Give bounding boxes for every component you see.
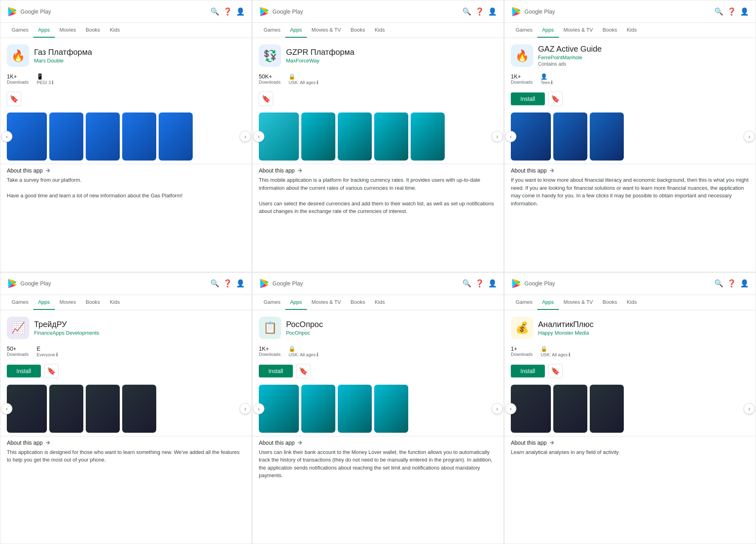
search-icon[interactable]: 🔍 <box>462 279 472 288</box>
scroll-left[interactable]: ‹ <box>1 403 12 414</box>
nav-item-books[interactable]: Books <box>598 23 622 38</box>
scroll-right[interactable]: › <box>492 403 503 414</box>
about-title[interactable]: About this app <box>7 440 245 446</box>
install-button[interactable]: Install <box>259 365 293 377</box>
google-play-logo[interactable]: Google Play <box>259 278 303 289</box>
search-icon[interactable]: 🔍 <box>714 279 724 288</box>
app-developer[interactable]: FinanceApps Developments <box>34 330 99 336</box>
about-title[interactable]: About this app <box>511 167 749 174</box>
wishlist-button[interactable]: 🔖 <box>296 364 310 378</box>
rating-info-icon[interactable]: ℹ <box>569 352 571 357</box>
install-button[interactable]: Install <box>511 365 545 377</box>
scroll-right[interactable]: › <box>744 131 755 142</box>
nav-item-kids[interactable]: Kids <box>105 295 125 310</box>
rating-info-icon[interactable]: ℹ <box>317 352 319 357</box>
google-play-logo[interactable]: Google Play <box>259 6 303 17</box>
app-developer[interactable]: Mars Double <box>34 58 92 64</box>
about-title[interactable]: About this app <box>259 440 497 446</box>
about-title[interactable]: About this app <box>259 167 497 174</box>
rating-info-icon[interactable]: ℹ <box>52 80 54 85</box>
help-icon[interactable]: ❓ <box>475 279 484 288</box>
nav-item-apps[interactable]: Apps <box>285 23 307 38</box>
wishlist-button[interactable]: 🔖 <box>548 92 562 106</box>
search-icon[interactable]: 🔍 <box>462 7 472 16</box>
scroll-left[interactable]: ‹ <box>505 403 516 414</box>
scroll-left[interactable]: ‹ <box>505 131 516 142</box>
google-play-logo[interactable]: Google Play <box>511 278 555 289</box>
scroll-left[interactable]: ‹ <box>253 403 264 414</box>
account-icon[interactable]: 👤 <box>740 279 749 288</box>
google-play-logo[interactable]: Google Play <box>7 278 51 289</box>
account-icon[interactable]: 👤 <box>488 7 497 16</box>
header: Google Play 🔍 ❓ 👤 <box>252 273 504 295</box>
nav-item-games[interactable]: Games <box>511 295 537 310</box>
nav-item-apps[interactable]: Apps <box>537 23 559 38</box>
nav-item-moviestv[interactable]: Movies & TV <box>559 23 598 38</box>
nav-item-apps[interactable]: Apps <box>285 295 307 310</box>
nav-item-games[interactable]: Games <box>7 23 33 38</box>
app-stats: 1+ Downloads 🔒 USK: All ages ℹ <box>504 342 756 361</box>
nav-item-moviestv[interactable]: Movies & TV <box>559 295 598 310</box>
scroll-right[interactable]: › <box>744 403 755 414</box>
help-icon[interactable]: ❓ <box>223 279 232 288</box>
rating-info-icon[interactable]: ℹ <box>317 80 319 85</box>
help-icon[interactable]: ❓ <box>475 7 484 16</box>
rating-info-icon[interactable]: ℹ <box>56 352 58 357</box>
nav-item-apps[interactable]: Apps <box>33 23 55 38</box>
screenshot-3 <box>122 385 156 433</box>
nav-item-books[interactable]: Books <box>81 295 105 310</box>
nav-item-moviestv[interactable]: Movies & TV <box>307 23 346 38</box>
nav-item-kids[interactable]: Kids <box>105 23 125 38</box>
google-play-logo[interactable]: Google Play <box>7 6 51 17</box>
nav-item-games[interactable]: Games <box>259 295 285 310</box>
nav-item-books[interactable]: Books <box>598 295 622 310</box>
search-icon[interactable]: 🔍 <box>210 279 220 288</box>
nav-item-apps[interactable]: Apps <box>537 295 559 310</box>
scroll-right[interactable]: › <box>240 131 251 142</box>
nav-item-kids[interactable]: Kids <box>370 23 389 38</box>
account-icon[interactable]: 👤 <box>488 279 497 288</box>
wishlist-button[interactable]: 🔖 <box>548 364 562 378</box>
nav-item-games[interactable]: Games <box>511 23 537 38</box>
screenshot-1 <box>553 112 587 161</box>
google-play-logo[interactable]: Google Play <box>511 6 555 17</box>
nav-item-books[interactable]: Books <box>346 23 370 38</box>
scroll-left[interactable]: ‹ <box>253 131 264 142</box>
nav-item-games[interactable]: Games <box>7 295 33 310</box>
account-icon[interactable]: 👤 <box>236 279 245 288</box>
nav-item-movies[interactable]: Movies <box>55 295 81 310</box>
about-text: Take a survey from our platform.Have a g… <box>7 176 245 200</box>
nav-item-books[interactable]: Books <box>81 23 105 38</box>
search-icon[interactable]: 🔍 <box>210 7 220 16</box>
wishlist-button[interactable]: 🔖 <box>7 92 21 106</box>
app-developer[interactable]: MaxForceWay <box>286 58 355 64</box>
account-icon[interactable]: 👤 <box>740 7 749 16</box>
app-developer[interactable]: FerrePointManhole <box>538 54 602 60</box>
nav-item-books[interactable]: Books <box>346 295 370 310</box>
rating-info-icon[interactable]: ℹ <box>551 80 553 85</box>
nav-item-games[interactable]: Games <box>259 23 285 38</box>
account-icon[interactable]: 👤 <box>236 7 245 16</box>
scroll-right[interactable]: › <box>240 403 251 414</box>
nav-item-moviestv[interactable]: Movies & TV <box>307 295 346 310</box>
install-button[interactable]: Install <box>7 365 41 377</box>
scroll-left[interactable]: ‹ <box>1 131 12 142</box>
nav-item-kids[interactable]: Kids <box>370 295 389 310</box>
nav-item-movies[interactable]: Movies <box>55 23 81 38</box>
nav-item-kids[interactable]: Kids <box>622 23 641 38</box>
help-icon[interactable]: ❓ <box>727 279 736 288</box>
app-developer[interactable]: РосОпрос <box>286 330 323 336</box>
app-developer[interactable]: Happy Monster Media <box>538 330 593 336</box>
wishlist-button[interactable]: 🔖 <box>44 364 58 378</box>
help-icon[interactable]: ❓ <box>223 7 232 16</box>
nav-item-kids[interactable]: Kids <box>622 295 641 310</box>
search-icon[interactable]: 🔍 <box>714 7 724 16</box>
nav-item-apps[interactable]: Apps <box>33 295 55 310</box>
install-button[interactable]: Install <box>511 92 545 105</box>
arrow-right-icon <box>296 167 303 174</box>
wishlist-button[interactable]: 🔖 <box>259 92 273 106</box>
help-icon[interactable]: ❓ <box>727 7 736 16</box>
about-title[interactable]: About this app <box>7 167 245 174</box>
scroll-right[interactable]: › <box>492 131 503 142</box>
about-title[interactable]: About this app <box>511 440 749 446</box>
